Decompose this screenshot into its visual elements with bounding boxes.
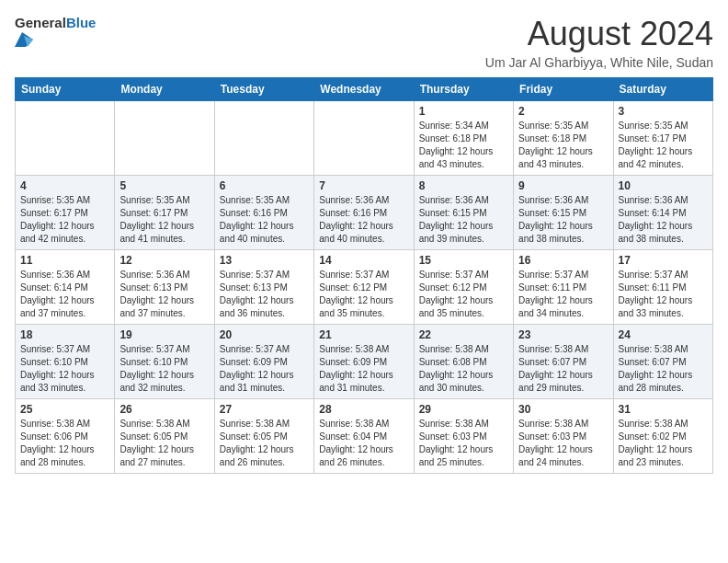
cell-info: Sunrise: 5:37 AMSunset: 6:10 PMDaylight:…	[119, 343, 209, 395]
cell-info: Sunrise: 5:37 AMSunset: 6:11 PMDaylight:…	[619, 269, 708, 320]
cell-info: Sunrise: 5:37 AMSunset: 6:09 PMDaylight:…	[220, 343, 309, 395]
cell-date: 30	[518, 403, 608, 416]
cell-info: Sunrise: 5:36 AMSunset: 6:15 PMDaylight:…	[518, 194, 608, 246]
calendar-cell: 8Sunrise: 5:36 AMSunset: 6:15 PMDaylight…	[414, 176, 513, 250]
cell-info: Sunrise: 5:38 AMSunset: 6:05 PMDaylight:…	[119, 418, 209, 469]
cell-date: 5	[119, 179, 209, 192]
cell-info: Sunrise: 5:37 AMSunset: 6:12 PMDaylight:…	[319, 269, 408, 320]
cell-date: 15	[419, 254, 508, 267]
calendar-cell: 31Sunrise: 5:38 AMSunset: 6:02 PMDayligh…	[613, 399, 712, 474]
cell-info: Sunrise: 5:37 AMSunset: 6:10 PMDaylight:…	[20, 343, 109, 395]
logo-icon	[15, 32, 33, 47]
calendar-cell: 3Sunrise: 5:35 AMSunset: 6:17 PMDaylight…	[613, 101, 712, 176]
cell-info: Sunrise: 5:38 AMSunset: 6:08 PMDaylight:…	[419, 343, 508, 395]
calendar-cell: 14Sunrise: 5:37 AMSunset: 6:12 PMDayligh…	[314, 250, 414, 325]
cell-date: 21	[319, 328, 408, 341]
calendar-cell: 24Sunrise: 5:38 AMSunset: 6:07 PMDayligh…	[613, 325, 712, 399]
cell-info: Sunrise: 5:38 AMSunset: 6:04 PMDaylight:…	[319, 418, 408, 469]
cell-info: Sunrise: 5:36 AMSunset: 6:16 PMDaylight:…	[319, 194, 408, 246]
cell-date: 18	[20, 328, 109, 341]
cell-date: 22	[419, 328, 508, 341]
cell-date: 13	[220, 254, 309, 267]
cell-date: 26	[119, 403, 209, 416]
cell-date: 28	[319, 403, 408, 416]
cell-date: 12	[119, 254, 209, 267]
month-year: August 2024	[485, 15, 713, 53]
calendar-cell: 25Sunrise: 5:38 AMSunset: 6:06 PMDayligh…	[16, 399, 115, 474]
cell-info: Sunrise: 5:35 AMSunset: 6:17 PMDaylight:…	[619, 120, 708, 171]
calendar-cell: 5Sunrise: 5:35 AMSunset: 6:17 PMDaylight…	[115, 176, 214, 250]
weekday-header-friday: Friday	[514, 78, 613, 101]
calendar-cell: 20Sunrise: 5:37 AMSunset: 6:09 PMDayligh…	[214, 325, 313, 399]
calendar-cell: 9Sunrise: 5:36 AMSunset: 6:15 PMDaylight…	[514, 176, 613, 250]
weekday-header-saturday: Saturday	[613, 78, 712, 101]
calendar-cell	[314, 101, 414, 176]
logo: GeneralBlue	[15, 15, 96, 47]
cell-info: Sunrise: 5:38 AMSunset: 6:07 PMDaylight:…	[619, 343, 708, 395]
cell-date: 17	[619, 254, 708, 267]
cell-date: 9	[518, 179, 608, 192]
cell-info: Sunrise: 5:38 AMSunset: 6:09 PMDaylight:…	[319, 343, 408, 395]
calendar-cell: 28Sunrise: 5:38 AMSunset: 6:04 PMDayligh…	[314, 399, 414, 474]
weekday-header-tuesday: Tuesday	[214, 78, 313, 101]
calendar-cell: 19Sunrise: 5:37 AMSunset: 6:10 PMDayligh…	[115, 325, 214, 399]
calendar-cell: 1Sunrise: 5:34 AMSunset: 6:18 PMDaylight…	[414, 101, 513, 176]
calendar-cell: 29Sunrise: 5:38 AMSunset: 6:03 PMDayligh…	[414, 399, 513, 474]
cell-date: 27	[220, 403, 309, 416]
cell-date: 6	[220, 179, 309, 192]
cell-info: Sunrise: 5:35 AMSunset: 6:16 PMDaylight:…	[220, 194, 309, 246]
cell-date: 16	[518, 254, 608, 267]
calendar-cell: 26Sunrise: 5:38 AMSunset: 6:05 PMDayligh…	[115, 399, 214, 474]
calendar-cell: 16Sunrise: 5:37 AMSunset: 6:11 PMDayligh…	[514, 250, 613, 325]
calendar-cell: 21Sunrise: 5:38 AMSunset: 6:09 PMDayligh…	[314, 325, 414, 399]
cell-info: Sunrise: 5:36 AMSunset: 6:15 PMDaylight:…	[419, 194, 508, 246]
weekday-header-sunday: Sunday	[16, 78, 115, 101]
calendar-cell	[16, 101, 115, 176]
calendar-cell: 13Sunrise: 5:37 AMSunset: 6:13 PMDayligh…	[214, 250, 313, 325]
cell-date: 31	[619, 403, 708, 416]
calendar-cell: 27Sunrise: 5:38 AMSunset: 6:05 PMDayligh…	[214, 399, 313, 474]
cell-date: 10	[619, 179, 708, 192]
title-area: August 2024 Um Jar Al Gharbiyya, White N…	[485, 15, 713, 70]
cell-info: Sunrise: 5:35 AMSunset: 6:18 PMDaylight:…	[518, 120, 608, 171]
cell-info: Sunrise: 5:38 AMSunset: 6:02 PMDaylight:…	[619, 418, 708, 469]
cell-info: Sunrise: 5:38 AMSunset: 6:05 PMDaylight:…	[220, 418, 309, 469]
cell-info: Sunrise: 5:37 AMSunset: 6:12 PMDaylight:…	[419, 269, 508, 320]
cell-info: Sunrise: 5:35 AMSunset: 6:17 PMDaylight:…	[20, 194, 109, 246]
calendar-cell: 12Sunrise: 5:36 AMSunset: 6:13 PMDayligh…	[115, 250, 214, 325]
cell-date: 29	[419, 403, 508, 416]
cell-date: 11	[20, 254, 109, 267]
cell-date: 24	[619, 328, 708, 341]
cell-date: 19	[119, 328, 209, 341]
cell-date: 7	[319, 179, 408, 192]
calendar-cell: 6Sunrise: 5:35 AMSunset: 6:16 PMDaylight…	[214, 176, 313, 250]
weekday-header-thursday: Thursday	[414, 78, 513, 101]
calendar-cell: 11Sunrise: 5:36 AMSunset: 6:14 PMDayligh…	[16, 250, 115, 325]
calendar-cell: 2Sunrise: 5:35 AMSunset: 6:18 PMDaylight…	[514, 101, 613, 176]
weekday-header-monday: Monday	[115, 78, 214, 101]
calendar-cell: 4Sunrise: 5:35 AMSunset: 6:17 PMDaylight…	[16, 176, 115, 250]
cell-info: Sunrise: 5:37 AMSunset: 6:11 PMDaylight:…	[518, 269, 608, 320]
cell-info: Sunrise: 5:36 AMSunset: 6:14 PMDaylight:…	[619, 194, 708, 246]
cell-info: Sunrise: 5:38 AMSunset: 6:06 PMDaylight:…	[20, 418, 109, 469]
cell-info: Sunrise: 5:37 AMSunset: 6:13 PMDaylight:…	[220, 269, 309, 320]
cell-date: 20	[220, 328, 309, 341]
cell-info: Sunrise: 5:38 AMSunset: 6:07 PMDaylight:…	[518, 343, 608, 395]
calendar-cell: 17Sunrise: 5:37 AMSunset: 6:11 PMDayligh…	[613, 250, 712, 325]
calendar-cell: 10Sunrise: 5:36 AMSunset: 6:14 PMDayligh…	[613, 176, 712, 250]
calendar-cell: 23Sunrise: 5:38 AMSunset: 6:07 PMDayligh…	[514, 325, 613, 399]
cell-info: Sunrise: 5:34 AMSunset: 6:18 PMDaylight:…	[419, 120, 508, 171]
calendar-cell: 22Sunrise: 5:38 AMSunset: 6:08 PMDayligh…	[414, 325, 513, 399]
calendar-cell: 15Sunrise: 5:37 AMSunset: 6:12 PMDayligh…	[414, 250, 513, 325]
header: GeneralBlue August 2024 Um Jar Al Gharbi…	[15, 15, 713, 70]
cell-date: 8	[419, 179, 508, 192]
weekday-header-wednesday: Wednesday	[314, 78, 414, 101]
calendar-cell	[115, 101, 214, 176]
logo-general: GeneralBlue	[15, 15, 96, 31]
calendar-table: SundayMondayTuesdayWednesdayThursdayFrid…	[15, 77, 713, 474]
cell-info: Sunrise: 5:38 AMSunset: 6:03 PMDaylight:…	[419, 418, 508, 469]
calendar-cell: 30Sunrise: 5:38 AMSunset: 6:03 PMDayligh…	[514, 399, 613, 474]
cell-date: 4	[20, 179, 109, 192]
cell-info: Sunrise: 5:38 AMSunset: 6:03 PMDaylight:…	[518, 418, 608, 469]
cell-date: 2	[518, 105, 608, 118]
